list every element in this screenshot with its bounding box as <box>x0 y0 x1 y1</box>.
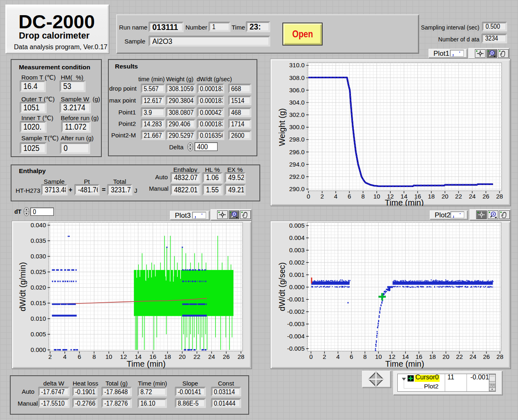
svg-text:0.010: 0.010 <box>30 315 46 322</box>
svg-text:26: 26 <box>483 353 490 360</box>
svg-text:0.000: 0.000 <box>30 346 46 353</box>
svg-text:18: 18 <box>429 353 436 360</box>
svg-text:0.002: 0.002 <box>289 259 305 266</box>
svg-text:-0.003: -0.003 <box>287 320 305 327</box>
svg-text:0.004: 0.004 <box>289 234 305 241</box>
svg-text:2: 2 <box>321 193 324 200</box>
svg-text:300.0: 300.0 <box>289 123 305 130</box>
svg-text:0.005: 0.005 <box>289 222 305 229</box>
svg-text:20: 20 <box>442 193 449 200</box>
svg-text:Time (min): Time (min) <box>127 359 166 368</box>
svg-text:10: 10 <box>105 353 112 360</box>
svg-text:8: 8 <box>363 353 367 360</box>
svg-text:310.0: 310.0 <box>289 62 305 68</box>
svg-text:0.001: 0.001 <box>289 271 305 278</box>
svg-text:28: 28 <box>496 193 503 200</box>
svg-text:8: 8 <box>92 353 96 360</box>
svg-text:8: 8 <box>361 193 364 200</box>
svg-text:dW/dt (g/sec): dW/dt (g/sec) <box>277 262 287 311</box>
svg-text:Time (min): Time (min) <box>385 359 424 368</box>
svg-text:0.025: 0.025 <box>30 268 46 275</box>
svg-text:290.0: 290.0 <box>289 185 305 192</box>
svg-text:0.020: 0.020 <box>30 284 46 291</box>
svg-text:28: 28 <box>497 353 504 360</box>
svg-text:Weight (g): Weight (g) <box>277 108 287 146</box>
svg-text:304.0: 304.0 <box>289 99 305 106</box>
svg-text:-0.001: -0.001 <box>287 296 305 303</box>
svg-text:24: 24 <box>469 193 476 200</box>
svg-text:-0.005: -0.005 <box>287 345 305 352</box>
svg-text:306.0: 306.0 <box>289 87 305 94</box>
svg-text:0: 0 <box>309 353 312 360</box>
svg-text:0.003: 0.003 <box>289 247 305 253</box>
svg-text:4: 4 <box>334 193 337 200</box>
svg-text:24: 24 <box>470 353 477 360</box>
svg-text:4: 4 <box>63 353 66 360</box>
svg-text:12: 12 <box>120 353 127 360</box>
svg-text:28: 28 <box>238 353 245 360</box>
svg-text:20: 20 <box>442 353 449 360</box>
svg-text:22: 22 <box>455 193 462 200</box>
svg-text:302.0: 302.0 <box>289 111 305 118</box>
svg-text:10: 10 <box>373 193 380 200</box>
svg-text:18: 18 <box>428 193 435 200</box>
svg-text:2: 2 <box>323 353 326 360</box>
svg-text:22: 22 <box>193 353 200 360</box>
svg-text:dW/dt (g/min): dW/dt (g/min) <box>18 262 27 311</box>
svg-text:298.0: 298.0 <box>289 136 305 143</box>
svg-text:10: 10 <box>375 353 382 360</box>
svg-text:-0.002: -0.002 <box>287 308 305 315</box>
svg-text:6: 6 <box>348 193 351 200</box>
svg-text:0.000: 0.000 <box>289 283 305 290</box>
svg-text:-0.004: -0.004 <box>287 333 305 340</box>
svg-text:296.0: 296.0 <box>289 148 305 155</box>
svg-text:0.030: 0.030 <box>30 253 46 260</box>
svg-text:0: 0 <box>307 193 310 200</box>
svg-text:22: 22 <box>456 353 463 360</box>
svg-text:4: 4 <box>336 353 339 360</box>
svg-text:308.0: 308.0 <box>289 74 305 81</box>
svg-text:26: 26 <box>223 353 230 360</box>
svg-text:0.035: 0.035 <box>30 237 46 244</box>
svg-text:26: 26 <box>482 193 489 200</box>
svg-text:6: 6 <box>78 353 81 360</box>
svg-text:24: 24 <box>208 353 215 360</box>
svg-text:0.015: 0.015 <box>30 299 46 306</box>
svg-text:6: 6 <box>350 353 353 360</box>
svg-text:292.0: 292.0 <box>289 173 305 180</box>
svg-text:20: 20 <box>179 353 186 360</box>
svg-text:0.040: 0.040 <box>30 221 46 228</box>
svg-text:294.0: 294.0 <box>289 161 305 168</box>
svg-text:0.005: 0.005 <box>30 331 46 338</box>
svg-text:Time (min): Time (min) <box>385 198 424 206</box>
svg-text:2: 2 <box>48 353 52 360</box>
